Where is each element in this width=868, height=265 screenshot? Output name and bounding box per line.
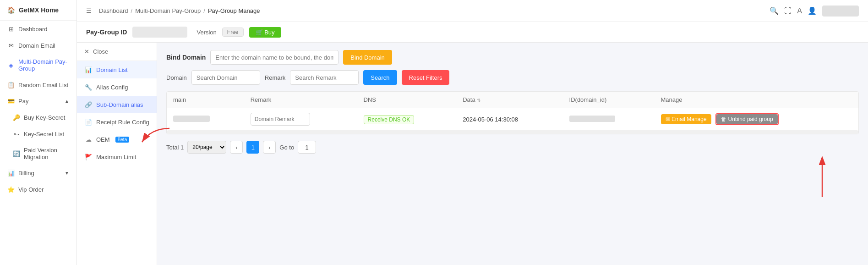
panel-label-domain-list: Domain List [96,66,128,73]
paid-version-icon: 🔄 [13,150,20,157]
bind-domain-label: Bind Domain [166,54,206,61]
total-label: Total 1 [166,144,184,151]
page-size-select[interactable]: 10/page 20/page 50/page 100/page [187,141,226,154]
cell-manage: ✉ Email Manage 🗑 Unbind paid group [655,108,858,131]
panel-label-alias-config: Alias Config [96,84,128,91]
font-size-icon[interactable]: A [797,7,802,15]
breadcrumb-sep-1: / [131,7,133,14]
panel-item-domain-list[interactable]: 📊 Domain List [77,61,157,78]
next-page-button[interactable]: › [263,141,276,154]
search-topbar-icon[interactable]: 🔍 [770,6,779,15]
search-domain-input[interactable] [191,70,260,85]
sidebar-item-dashboard[interactable]: ⊞ Dashboard [0,21,76,37]
th-manage: Manage [655,92,858,108]
avatar-icon[interactable]: 👤 [808,6,817,15]
panel-label-maximum-limit: Maximum Limit [96,154,136,160]
sidebar-section-pay[interactable]: 💳 Pay ▲ [0,93,76,109]
panel-close-label: Close [93,48,108,55]
search-remark-input[interactable] [290,70,359,85]
cell-data: 2024-05-06 14:30:08 [456,108,562,131]
panel-close-button[interactable]: ✕ Close [77,43,157,61]
panel-item-alias-config[interactable]: 🔧 Alias Config [77,78,157,96]
table-horizontal-scrollbar[interactable] [167,130,858,134]
breadcrumb-dashboard[interactable]: Dashboard [99,7,128,14]
random-email-icon: 📋 [7,81,15,88]
right-main-content: Bind Domain Bind Domain Domain Remark Se… [157,43,868,265]
remark-input[interactable] [251,113,310,126]
sidebar-label-multi-domain: Multi-Domain Pay-Group [18,58,69,72]
search-button[interactable]: Search [363,70,397,85]
sub-domain-icon: 🔗 [84,100,93,109]
breadcrumb-multi-domain[interactable]: Multi-Domain Pay-Group [135,7,201,14]
email-manage-button[interactable]: ✉ Email Manage [661,114,711,124]
app-logo[interactable]: 🏠 GetMX Home [0,0,76,21]
sidebar-item-random-email[interactable]: 📋 Random Email List [0,77,76,93]
search-row: Domain Remark Search Reset Filters [166,70,859,85]
bind-domain-input[interactable] [210,50,338,65]
cell-id [563,108,655,131]
domain-id-blurred [569,116,615,122]
main-area: ☰ Dashboard / Multi-Domain Pay-Group / P… [77,0,868,265]
sidebar-label-paid-version: Paid Version Migration [24,147,69,160]
sidebar-item-buy-key-secret[interactable]: 🔑 Buy Key-Secret [0,109,76,126]
sort-icon: ⇅ [477,98,480,103]
unbind-paid-group-button[interactable]: 🗑 Unbind paid group [716,114,777,124]
key-secret-list-icon: 🗝 [13,130,20,138]
buy-button[interactable]: 🛒 Buy [249,27,281,38]
th-remark: Remark [244,92,357,108]
panel-item-oem[interactable]: ☁ OEM Beta [77,131,157,148]
panel-item-receipt-rule[interactable]: 📄 Receipt Rule Config [77,113,157,131]
fullscreen-icon[interactable]: ⛶ [784,7,792,15]
chevron-up-icon: ▲ [65,99,69,104]
alias-config-icon: 🔧 [84,83,93,91]
panel-item-sub-domain-alias[interactable]: 🔗 Sub-Domain alias [77,96,157,113]
th-data: Data ⇅ [456,92,562,108]
panel-item-maximum-limit[interactable]: 🚩 Maximum Limit [77,148,157,166]
pay-group-bar: Pay-Group ID Version Free 🛒 Buy [77,22,868,43]
receipt-rule-icon: 📄 [84,118,93,126]
domain-table: main Remark DNS Data ⇅ [167,92,858,130]
home-icon: 🏠 [7,6,15,14]
sidebar-label-buy-key-secret: Buy Key-Secret [24,114,65,121]
pagination: Total 1 10/page 20/page 50/page 100/page… [166,141,859,154]
prev-page-button[interactable]: ‹ [230,141,243,154]
arrow-to-unbind-button [813,156,831,202]
sidebar-item-multi-domain[interactable]: ◈ Multi-Domain Pay-Group [0,54,76,77]
topbar: ☰ Dashboard / Multi-Domain Pay-Group / P… [77,0,868,22]
remark-search-label: Remark [265,74,286,81]
sidebar-section-billing[interactable]: 📊 Billing ▼ [0,165,76,181]
table-row: Receive DNS OK 2024-05-06 14:30:08 ✉ [167,108,858,131]
page-1-button[interactable]: 1 [246,141,259,154]
sidebar-item-vip-order[interactable]: ⭐ Vip Order [0,181,76,198]
left-navigation: 🏠 GetMX Home ⊞ Dashboard ✉ Domain Email … [0,0,77,265]
sidebar-label-vip-order: Vip Order [18,186,44,193]
sidebar-item-domain-email[interactable]: ✉ Domain Email [0,37,76,54]
sidebar-label-pay: Pay [18,98,28,105]
table-header-row: main Remark DNS Data ⇅ [167,92,858,108]
dashboard-icon: ⊞ [7,25,15,33]
version-badge: Free [222,28,244,37]
th-dns: DNS [357,92,457,108]
oem-beta-badge: Beta [115,137,130,143]
cell-remark [244,108,357,131]
pay-icon: 💳 [7,98,15,105]
app-title: GetMX Home [19,6,59,14]
domain-name-blurred [173,116,210,122]
goto-page-input[interactable] [298,141,316,154]
trash-icon: 🗑 [721,116,728,122]
breadcrumb-sep-2: / [203,7,205,14]
menu-toggle-icon[interactable]: ☰ [86,7,92,14]
goto-label: Go to [279,144,294,151]
sidebar-label-random-email: Random Email List [18,82,68,88]
left-panel: ✕ Close 📊 Domain List 🔧 Alias Config 🔗 S… [77,43,157,265]
version-label: Version [197,29,216,36]
cell-main [167,108,244,131]
sidebar-label-billing: Billing [18,170,34,177]
reset-filters-button[interactable]: Reset Filters [402,70,450,85]
sidebar-item-paid-version[interactable]: 🔄 Paid Version Migration [0,142,76,165]
bind-domain-button[interactable]: Bind Domain [343,50,392,65]
sidebar-item-key-secret-list[interactable]: 🗝 Key-Secret List [0,126,76,142]
th-id: ID(domain_id) [563,92,655,108]
domain-email-icon: ✉ [7,42,15,49]
maximum-limit-icon: 🚩 [84,153,93,161]
